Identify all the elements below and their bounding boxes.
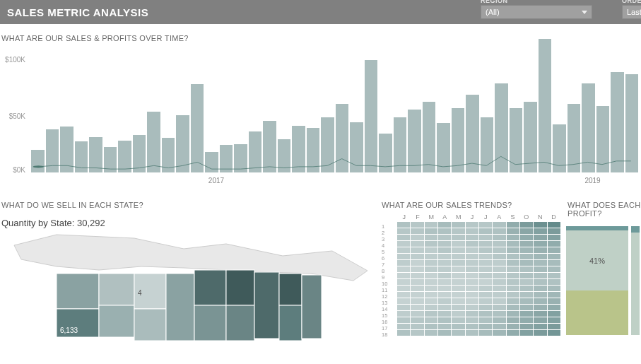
heat-cell[interactable] (397, 317, 410, 323)
heat-cell[interactable] (548, 222, 560, 228)
sales-profits-timechart[interactable]: $100K $50K $0K 20172019 (0, 47, 641, 188)
heat-cell[interactable] (438, 273, 451, 278)
heat-cell[interactable] (507, 330, 519, 336)
heat-cell[interactable] (479, 222, 492, 228)
heat-cell[interactable] (438, 235, 451, 240)
timechart-bar[interactable] (524, 102, 537, 172)
heat-cell[interactable] (534, 241, 546, 247)
heat-cell[interactable] (452, 305, 464, 310)
heat-cell[interactable] (438, 279, 451, 285)
heat-cell[interactable] (425, 235, 437, 240)
heat-cell[interactable] (466, 266, 478, 272)
heat-cell[interactable] (507, 260, 519, 266)
heat-cell[interactable] (438, 254, 451, 259)
heat-cell[interactable] (438, 324, 451, 329)
heat-cell[interactable] (452, 260, 464, 266)
timechart-bar[interactable] (568, 104, 581, 172)
heat-cell[interactable] (548, 228, 560, 234)
heat-cell[interactable] (534, 222, 546, 228)
heat-cell[interactable] (411, 254, 423, 259)
profit-segment[interactable] (631, 233, 640, 335)
timechart-bar[interactable] (234, 144, 247, 172)
heat-cell[interactable] (520, 273, 533, 278)
heat-cell[interactable] (466, 286, 478, 291)
heat-cell[interactable] (479, 235, 492, 240)
heat-cell[interactable] (534, 324, 546, 329)
heat-cell[interactable] (452, 273, 464, 278)
heat-cell[interactable] (466, 228, 478, 234)
timechart-bar[interactable] (162, 138, 175, 172)
heat-cell[interactable] (507, 222, 519, 228)
heat-cell[interactable] (548, 241, 560, 247)
timechart-bar[interactable] (205, 152, 218, 172)
heat-cell[interactable] (425, 317, 437, 323)
heat-cell[interactable] (479, 324, 492, 329)
heat-cell[interactable] (397, 247, 410, 253)
heat-cell[interactable] (438, 317, 451, 323)
timechart-bar[interactable] (437, 123, 450, 172)
heat-cell[interactable] (520, 235, 533, 240)
heat-cell[interactable] (520, 222, 533, 228)
heat-cell[interactable] (507, 311, 519, 317)
heat-cell[interactable] (466, 292, 478, 298)
heat-cell[interactable] (425, 279, 437, 285)
heat-cell[interactable] (411, 298, 423, 304)
heat-cell[interactable] (520, 330, 533, 336)
heat-cell[interactable] (493, 317, 505, 323)
heat-cell[interactable] (466, 279, 478, 285)
heat-cell[interactable] (425, 305, 437, 310)
timechart-bar[interactable] (423, 102, 436, 172)
heat-cell[interactable] (425, 286, 437, 291)
heat-cell[interactable] (479, 260, 492, 266)
heat-cell[interactable] (438, 330, 451, 336)
heat-cell[interactable] (534, 305, 546, 310)
heat-cell[interactable] (507, 254, 519, 259)
heat-cell[interactable] (493, 228, 505, 234)
us-map[interactable]: 4 6,133 (0, 231, 375, 344)
heat-cell[interactable] (507, 273, 519, 278)
heat-cell[interactable] (466, 222, 478, 228)
heat-cell[interactable] (507, 305, 519, 310)
timechart-bar[interactable] (292, 126, 305, 172)
heat-cell[interactable] (548, 305, 560, 310)
heat-cell[interactable] (425, 330, 437, 336)
heat-cell[interactable] (425, 324, 437, 329)
timechart-bar[interactable] (104, 147, 117, 172)
heat-cell[interactable] (397, 254, 410, 259)
heat-cell[interactable] (411, 324, 423, 329)
timechart-bar[interactable] (249, 131, 262, 172)
heat-cell[interactable] (452, 324, 464, 329)
heat-cell[interactable] (534, 286, 546, 291)
heat-cell[interactable] (452, 286, 464, 291)
heat-cell[interactable] (452, 222, 464, 228)
heat-cell[interactable] (438, 228, 451, 234)
sales-trends-heatmap[interactable]: JFMAMJJASOND 123456789101112131415161718 (380, 213, 560, 336)
heat-cell[interactable] (534, 279, 546, 285)
heat-cell[interactable] (493, 273, 505, 278)
heat-cell[interactable] (425, 222, 437, 228)
timechart-bar[interactable] (278, 139, 291, 172)
timechart-bar[interactable] (31, 150, 45, 172)
heat-cell[interactable] (507, 286, 519, 291)
heat-cell[interactable] (452, 279, 464, 285)
heat-cell[interactable] (452, 317, 464, 323)
heat-cell[interactable] (493, 286, 505, 291)
timechart-bar[interactable] (336, 104, 349, 172)
heat-cell[interactable] (479, 317, 492, 323)
heat-cell[interactable] (479, 241, 492, 247)
heat-cell[interactable] (520, 241, 533, 247)
heat-cell[interactable] (466, 298, 478, 304)
heat-cell[interactable] (466, 330, 478, 336)
heat-cell[interactable] (425, 266, 437, 272)
heat-cell[interactable] (520, 311, 533, 317)
heat-cell[interactable] (452, 292, 464, 298)
heat-cell[interactable] (397, 298, 410, 304)
heat-cell[interactable] (466, 254, 478, 259)
heat-cell[interactable] (534, 235, 546, 240)
heat-cell[interactable] (548, 260, 560, 266)
heat-cell[interactable] (548, 273, 560, 278)
timechart-bar[interactable] (46, 129, 59, 172)
timechart-bar[interactable] (394, 117, 407, 172)
heat-cell[interactable] (548, 330, 560, 336)
heat-cell[interactable] (438, 247, 451, 253)
